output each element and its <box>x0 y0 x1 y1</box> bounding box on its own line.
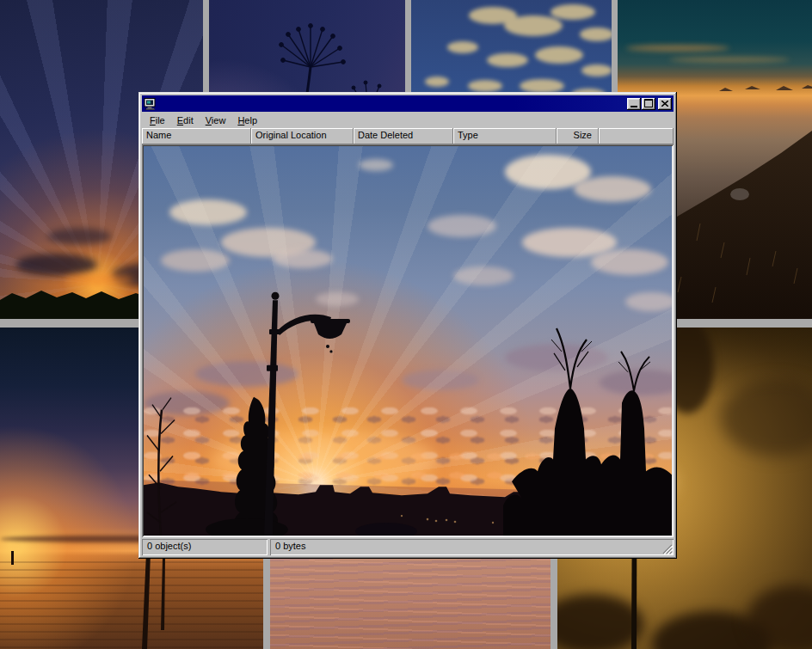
menu-view[interactable]: View <box>200 113 232 127</box>
column-header-size[interactable]: Size <box>557 128 599 144</box>
column-header-name[interactable]: Name <box>142 128 251 144</box>
close-button[interactable] <box>658 98 672 110</box>
status-bar: 0 object(s) 0 bytes <box>142 539 674 555</box>
menu-bar: File Edit View Help <box>142 112 674 128</box>
maximize-icon <box>644 99 653 107</box>
column-header-date-deleted[interactable]: Date Deleted <box>354 128 453 144</box>
column-header-original-location[interactable]: Original Location <box>251 128 354 144</box>
column-header-filler <box>599 128 674 144</box>
window-titlebar[interactable] <box>142 95 674 112</box>
menu-help[interactable]: Help <box>231 113 263 127</box>
maximize-button[interactable] <box>642 98 655 110</box>
status-bytes-text: 0 bytes <box>275 541 305 551</box>
column-header-row: Name Original Location Date Deleted Type… <box>142 128 674 144</box>
list-view-area <box>142 144 674 537</box>
foreground-silhouettes <box>144 146 672 536</box>
recycle-bin-window: File Edit View Help Name Original Locati… <box>138 92 677 559</box>
menu-file[interactable]: File <box>144 113 171 127</box>
status-objects: 0 object(s) <box>142 539 268 555</box>
minimize-icon <box>631 106 637 107</box>
close-icon <box>661 101 668 107</box>
computer-icon <box>144 98 157 110</box>
resize-grip[interactable] <box>661 543 673 554</box>
status-bytes: 0 bytes <box>270 539 674 555</box>
desktop: { "window": { "icon": "computer-icon", "… <box>0 0 812 649</box>
minimize-button[interactable] <box>627 98 641 110</box>
menu-edit[interactable]: Edit <box>171 113 200 127</box>
sunset-lamp-photo <box>144 146 672 536</box>
column-header-type[interactable]: Type <box>453 128 557 144</box>
